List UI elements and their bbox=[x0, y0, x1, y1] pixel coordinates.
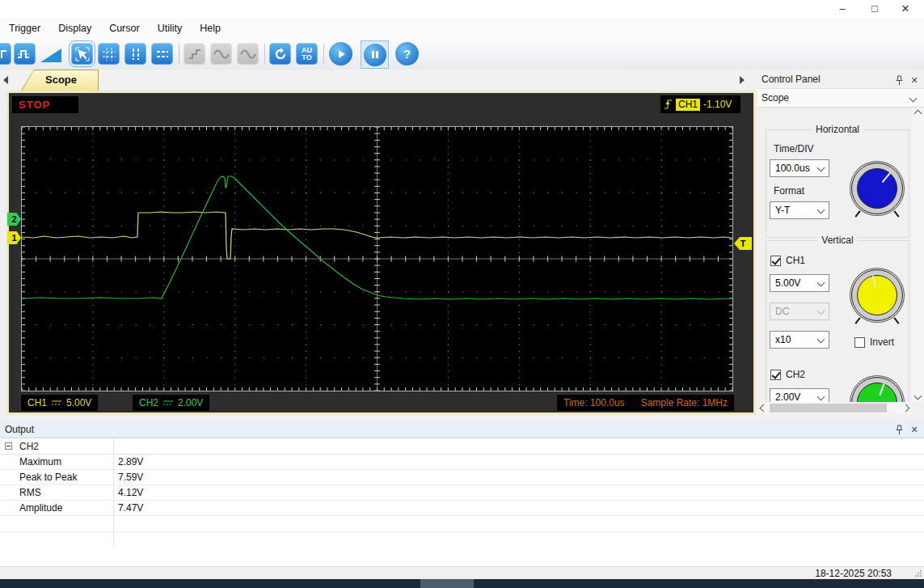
resize-grip-icon[interactable] bbox=[914, 569, 922, 577]
sine-wave-icon bbox=[213, 47, 230, 61]
timebase-readout: Time: 100.0us Sample Rate: 1MHz bbox=[557, 395, 734, 411]
auto-set-button[interactable]: AUTO bbox=[296, 43, 318, 65]
knob-face bbox=[857, 168, 897, 209]
measurement-label: Amplitude bbox=[19, 502, 62, 514]
measurement-value: 4.12V bbox=[118, 487, 143, 498]
invert-checkbox[interactable] bbox=[854, 337, 865, 348]
ch2-scale-select[interactable]: 2.00V bbox=[770, 388, 829, 402]
control-panel-title: Control Panel bbox=[762, 74, 821, 85]
output-group-row: CH2 bbox=[0, 438, 924, 455]
tab-scroll-right-icon[interactable] bbox=[740, 76, 745, 84]
step-wave-tool[interactable] bbox=[184, 43, 205, 65]
ch2-enable-label: CH2 bbox=[786, 369, 805, 380]
ch2-position-marker[interactable]: 2 bbox=[7, 213, 21, 226]
minimize-button[interactable]: – bbox=[830, 1, 854, 17]
output-panel: Output ✕ CH2 Maximum 2.89V Peak to Peak … bbox=[0, 421, 924, 566]
scroll-up-icon[interactable] bbox=[912, 108, 924, 120]
knob-horizontal[interactable] bbox=[851, 163, 903, 214]
output-header: Output ✕ bbox=[0, 421, 924, 438]
ch2-enable-row: CH2 bbox=[770, 369, 805, 380]
output-title: Output bbox=[5, 424, 34, 435]
ch1-position-marker[interactable]: 1 bbox=[7, 231, 21, 244]
vertical-scrollbar[interactable] bbox=[912, 108, 924, 402]
ch1-coupling-select: DC bbox=[770, 302, 829, 320]
knob-face bbox=[857, 275, 897, 315]
app-window: – □ ✕ Trigger Display Cursor Utility Hel… bbox=[0, 0, 924, 588]
chevron-down-icon bbox=[817, 279, 825, 287]
toolbar: AUTO ? bbox=[0, 39, 924, 70]
trigger-level-marker[interactable]: T bbox=[734, 237, 752, 250]
sine-wave-icon bbox=[240, 47, 256, 61]
close-panel-icon[interactable]: ✕ bbox=[909, 74, 920, 86]
measurement-label: Peak to Peak bbox=[19, 472, 77, 483]
clipped-tool-icon[interactable] bbox=[0, 43, 11, 65]
close-panel-icon[interactable]: ✕ bbox=[909, 424, 920, 435]
ch1-enable-row: CH1 bbox=[770, 255, 805, 266]
refresh-tool[interactable] bbox=[269, 43, 291, 65]
ch1-enable-checkbox[interactable] bbox=[770, 256, 781, 266]
toolbar-separator bbox=[323, 44, 324, 64]
start-button[interactable] bbox=[329, 42, 352, 66]
ch1-scale-value: 5.00V bbox=[775, 277, 800, 289]
help-button[interactable]: ? bbox=[395, 42, 419, 66]
horizontal-scrollbar[interactable] bbox=[757, 402, 912, 414]
pin-icon[interactable] bbox=[893, 424, 905, 435]
panel-mode-select[interactable]: Scope bbox=[757, 88, 924, 108]
maximize-button[interactable]: □ bbox=[863, 1, 887, 17]
scrollbar-thumb[interactable] bbox=[770, 404, 887, 412]
collapse-icon[interactable] bbox=[5, 442, 12, 450]
waveform-canvas bbox=[21, 126, 733, 391]
horizontal-group-title: Horizontal bbox=[812, 124, 863, 135]
chevron-down-icon bbox=[817, 307, 825, 315]
square-wave-tool[interactable] bbox=[14, 43, 36, 65]
menu-cursor[interactable]: Cursor bbox=[100, 19, 149, 37]
tab-label: Scope bbox=[45, 74, 77, 86]
horizontal-cursors-tool[interactable] bbox=[151, 43, 173, 65]
toolbar-separator bbox=[179, 44, 179, 64]
ramp-icon[interactable] bbox=[40, 49, 61, 62]
scroll-right-icon[interactable] bbox=[900, 402, 912, 414]
time-div-select[interactable]: 100.0us bbox=[770, 159, 829, 177]
menu-utility[interactable]: Utility bbox=[149, 19, 192, 37]
measurement-value: 7.47V bbox=[118, 502, 143, 514]
knob-ch1[interactable] bbox=[851, 269, 903, 321]
chevron-down-icon bbox=[817, 164, 825, 172]
status-bar: 18-12-2025 20:53 bbox=[0, 566, 924, 579]
output-row-divider bbox=[0, 531, 924, 532]
trigger-source-chip: CH1 bbox=[676, 99, 700, 111]
close-button[interactable]: ✕ bbox=[893, 1, 918, 17]
format-select[interactable]: Y-T bbox=[770, 201, 829, 219]
ch2-scale-readout: CH2 2.00V bbox=[133, 395, 209, 411]
menu-bar: Trigger Display Cursor Utility Help bbox=[0, 18, 924, 39]
vertical-cursors-tool[interactable] bbox=[124, 43, 146, 65]
sine-wave-tool-2[interactable] bbox=[237, 43, 259, 65]
chevron-down-icon bbox=[909, 95, 918, 103]
ch1-enable-label: CH1 bbox=[786, 255, 805, 266]
select-cursor-tool[interactable] bbox=[71, 43, 93, 65]
pause-icon bbox=[371, 50, 379, 59]
sample-rate: Sample Rate: 1MHz bbox=[641, 397, 728, 408]
scroll-down-icon[interactable] bbox=[912, 390, 924, 402]
tab-scope[interactable]: Scope bbox=[21, 70, 99, 91]
measurement-label: Maximum bbox=[19, 456, 61, 467]
ch1-probe-select[interactable]: x10 bbox=[770, 331, 829, 349]
sine-wave-tool[interactable] bbox=[210, 43, 232, 65]
grid-tool[interactable] bbox=[98, 43, 120, 65]
pin-icon[interactable] bbox=[893, 74, 905, 86]
auto-set-label: AUTO bbox=[302, 47, 312, 61]
knob-ch2[interactable] bbox=[851, 377, 903, 402]
tab-scroll-left-icon[interactable] bbox=[3, 76, 8, 84]
panel-mode-value: Scope bbox=[762, 92, 789, 104]
cursor-arrow-icon bbox=[75, 47, 90, 61]
ch1-probe-value: x10 bbox=[775, 334, 791, 345]
ch1-scale-readout: CH1 5.00V bbox=[21, 395, 98, 411]
scroll-left-icon[interactable] bbox=[757, 402, 770, 414]
pause-button[interactable] bbox=[361, 40, 389, 69]
ch1-scale-select[interactable]: 5.00V bbox=[770, 274, 829, 292]
menu-help[interactable]: Help bbox=[191, 19, 230, 37]
menu-display[interactable]: Display bbox=[49, 19, 100, 37]
menu-trigger[interactable]: Trigger bbox=[0, 19, 49, 37]
measurement-label: RMS bbox=[19, 487, 41, 498]
ch2-enable-checkbox[interactable] bbox=[770, 370, 781, 380]
ch2-volts-per-div: 2.00V bbox=[178, 397, 203, 408]
